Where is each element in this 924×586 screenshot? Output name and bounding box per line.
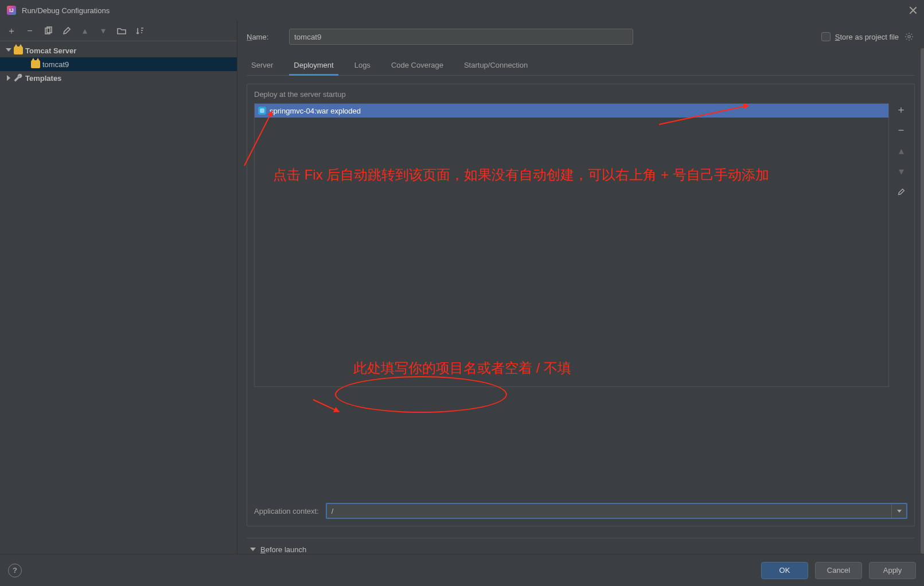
tree-group-label: Tomcat Server — [25, 46, 76, 55]
tree-item-label: tomcat9 — [42, 60, 69, 69]
dropdown-icon[interactable] — [891, 504, 906, 518]
name-row: Name: Store as project file — [247, 25, 915, 48]
apply-button[interactable]: Apply — [869, 562, 916, 579]
tab-server[interactable]: Server — [249, 56, 275, 75]
config-name-input[interactable] — [289, 29, 633, 45]
app-context-combo[interactable] — [326, 503, 907, 519]
artifact-row[interactable]: springmvc-04:war exploded — [255, 104, 888, 118]
deploy-side-toolbar: ＋ − ▴ ▾ — [895, 103, 907, 493]
tab-deployment[interactable]: Deployment — [291, 56, 336, 75]
right-pane: Name: Store as project file Server Deplo… — [237, 21, 924, 554]
tabs: Server Deployment Logs Code Coverage Sta… — [247, 56, 915, 76]
tomcat-icon — [31, 60, 40, 68]
before-launch-label: Before launch — [260, 545, 306, 554]
name-label: Name: — [247, 33, 280, 41]
folder-icon[interactable] — [116, 25, 127, 37]
move-down-icon: ▾ — [98, 25, 109, 37]
intellij-icon — [7, 6, 16, 15]
help-button[interactable]: ? — [8, 564, 22, 577]
tree-group-templates[interactable]: Templates — [0, 71, 237, 85]
deploy-section-label: Deploy at the server startup — [254, 90, 907, 99]
tree-item-tomcat9[interactable]: tomcat9 — [0, 57, 237, 71]
tree-templates-label: Templates — [25, 74, 61, 83]
before-launch-section[interactable]: Before launch — [247, 538, 915, 554]
ok-button[interactable]: OK — [761, 562, 808, 579]
store-as-file[interactable]: Store as project file — [821, 31, 915, 42]
tree-toolbar: ＋ − ▴ ▾ — [0, 21, 237, 41]
body: ＋ − ▴ ▾ Tomcat Server — [0, 21, 924, 554]
svg-point-2 — [908, 36, 910, 38]
copy-config-icon[interactable] — [42, 25, 54, 37]
remove-config-icon[interactable]: − — [24, 25, 36, 37]
edit-artifact-icon[interactable] — [896, 187, 906, 197]
tab-logs[interactable]: Logs — [352, 56, 373, 75]
deploy-list[interactable]: springmvc-04:war exploded — [254, 103, 889, 387]
artifact-label: springmvc-04:war exploded — [270, 107, 361, 115]
close-icon[interactable] — [909, 6, 917, 14]
wrench-icon — [14, 73, 23, 83]
window-title: Run/Debug Configurations — [22, 6, 909, 15]
expand-icon[interactable] — [249, 546, 256, 553]
expand-icon[interactable] — [5, 47, 11, 54]
tomcat-icon — [14, 46, 23, 54]
titlebar: Run/Debug Configurations — [0, 0, 924, 21]
store-as-file-checkbox[interactable] — [821, 32, 831, 41]
deploy-list-wrap: springmvc-04:war exploded ＋ − ▴ ▾ — [254, 103, 907, 493]
app-context-row: Application context: — [254, 503, 907, 519]
add-config-icon[interactable]: ＋ — [6, 25, 17, 37]
deploy-section: Deploy at the server startup springmvc-0… — [247, 84, 915, 526]
left-pane: ＋ − ▴ ▾ Tomcat Server — [0, 21, 237, 554]
cancel-button[interactable]: Cancel — [815, 562, 862, 579]
app-context-input[interactable] — [327, 507, 891, 515]
config-tree: Tomcat Server tomcat9 Templates — [0, 41, 237, 554]
remove-artifact-icon[interactable]: − — [896, 125, 906, 135]
app-context-label: Application context: — [254, 507, 319, 515]
store-as-file-label: Store as project file — [835, 33, 899, 41]
move-up-icon: ▴ — [79, 25, 91, 37]
artifact-down-icon: ▾ — [896, 166, 906, 177]
tab-code-coverage[interactable]: Code Coverage — [389, 56, 446, 75]
expand-icon[interactable] — [5, 75, 11, 81]
scrollbar[interactable] — [921, 48, 924, 554]
dialog-footer: ? OK Cancel Apply — [0, 554, 924, 586]
gear-icon[interactable] — [903, 31, 915, 42]
artifact-up-icon: ▴ — [896, 146, 906, 156]
tab-startup-connection[interactable]: Startup/Connection — [462, 56, 530, 75]
sort-icon[interactable] — [134, 25, 146, 37]
edit-config-icon[interactable] — [61, 25, 72, 37]
artifact-icon — [258, 107, 266, 115]
tree-group-tomcat[interactable]: Tomcat Server — [0, 44, 237, 57]
add-artifact-icon[interactable]: ＋ — [896, 104, 906, 115]
